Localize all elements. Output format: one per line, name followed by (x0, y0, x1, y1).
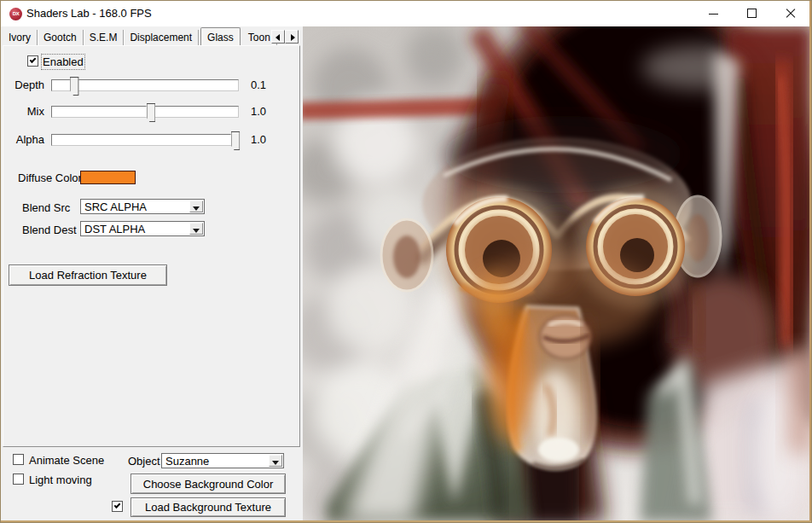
render-viewport[interactable] (303, 26, 811, 522)
load-bg-texture-checkbox[interactable] (112, 501, 123, 512)
depth-slider-thumb[interactable] (70, 77, 79, 96)
app-window: DX Shaders Lab - 168.0 FPS Ivory Gootch … (0, 0, 812, 523)
object-dropdown-button[interactable] (269, 455, 282, 467)
tab-scroll-left-button[interactable] (271, 30, 285, 44)
mix-value: 1.0 (251, 105, 266, 118)
minimize-button[interactable] (694, 1, 733, 26)
depth-value: 0.1 (251, 78, 266, 91)
tab-scroll-right-button[interactable] (285, 30, 299, 44)
blend-dest-label: Blend Dest (22, 224, 77, 236)
tab-sem[interactable]: S.E.M (84, 30, 125, 45)
tab-gootch[interactable]: Gootch (38, 30, 84, 45)
load-background-texture-button[interactable]: Load Background Texture (130, 497, 286, 517)
depth-label: Depth (3, 78, 44, 91)
chevron-down-icon (272, 461, 279, 465)
tab-glass[interactable]: Glass (200, 27, 241, 45)
app-icon: DX (9, 8, 22, 20)
check-icon (114, 502, 121, 508)
glass-shader-panel: Enabled Depth 0.1 Mix 1.0 Alpha 1.0 Diff… (3, 45, 300, 447)
window-title: Shaders Lab - 168.0 FPS (26, 7, 152, 20)
depth-slider[interactable] (51, 79, 239, 91)
enabled-label[interactable]: Enabled (43, 55, 84, 68)
blend-dest-dropdown-button[interactable] (189, 223, 203, 235)
light-moving-label: Light moving (29, 474, 92, 486)
scene-options-bar: Animate Scene Light moving Object Suzann… (3, 447, 301, 522)
blend-src-dropdown-button[interactable] (189, 200, 203, 212)
maximize-icon (747, 9, 757, 18)
tab-ivory[interactable]: Ivory (3, 30, 38, 45)
left-triangle-icon (276, 34, 280, 41)
mix-slider[interactable] (51, 106, 239, 118)
mix-slider-thumb[interactable] (146, 103, 155, 122)
object-label: Object (128, 455, 160, 468)
right-triangle-icon (291, 34, 295, 41)
object-value: Suzanne (165, 455, 209, 468)
alpha-label: Alpha (3, 133, 44, 146)
tab-scroll-buttons (271, 30, 299, 44)
blend-src-label: Blend Src (22, 201, 70, 214)
check-icon (30, 56, 37, 63)
close-button[interactable] (771, 1, 809, 26)
light-moving-checkbox[interactable] (13, 474, 24, 485)
mix-label: Mix (3, 105, 44, 118)
chevron-down-icon (193, 206, 200, 211)
tab-displacement[interactable]: Displacement (124, 30, 199, 45)
load-refraction-texture-button[interactable]: Load Refraction Texture (9, 264, 167, 286)
blend-src-dropdown[interactable]: SRC ALPHA (80, 199, 205, 214)
maximize-button[interactable] (733, 1, 771, 26)
diffuse-color-label: Diffuse Color (18, 171, 82, 184)
alpha-slider[interactable] (51, 134, 239, 146)
chevron-down-icon (193, 229, 200, 233)
animate-scene-label: Animate Scene (29, 454, 104, 467)
object-dropdown[interactable]: Suzanne (161, 453, 284, 468)
shader-tabs: Ivory Gootch S.E.M Displacement Glass To… (3, 27, 301, 45)
glass-suzanne-render (303, 26, 811, 522)
minimize-icon (709, 14, 718, 15)
alpha-value: 1.0 (251, 133, 266, 146)
alpha-slider-thumb[interactable] (230, 131, 240, 150)
blend-dest-dropdown[interactable]: DST ALPHA (80, 221, 205, 236)
diffuse-color-swatch[interactable] (80, 171, 136, 184)
enabled-checkbox[interactable] (27, 55, 38, 67)
blend-dest-value: DST ALPHA (84, 223, 145, 235)
choose-background-color-button[interactable]: Choose Background Color (130, 474, 286, 494)
animate-scene-checkbox[interactable] (13, 454, 24, 465)
title-bar: DX Shaders Lab - 168.0 FPS (1, 1, 811, 26)
window-controls (694, 1, 809, 26)
blend-src-value: SRC ALPHA (84, 200, 147, 213)
